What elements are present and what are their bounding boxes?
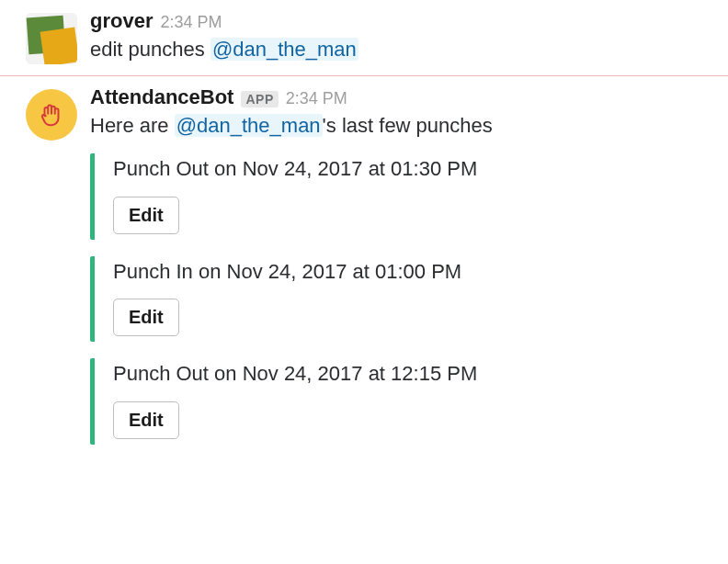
user-mention[interactable]: @dan_the_man	[210, 38, 358, 61]
message-timestamp[interactable]: 2:34 PM	[160, 13, 222, 32]
punch-list: Punch Out on Nov 24, 2017 at 01:30 PM Ed…	[90, 153, 710, 445]
message-content: AttendanceBot APP 2:34 PM Here are @dan_…	[90, 85, 710, 461]
message-text: Here are @dan_the_man's last few punches	[90, 111, 710, 141]
author-name[interactable]: AttendanceBot	[90, 85, 233, 109]
message-content: grover 2:34 PM edit punches @dan_the_man	[90, 9, 710, 64]
punch-item: Punch Out on Nov 24, 2017 at 12:15 PM Ed…	[90, 358, 710, 445]
avatar-grover[interactable]	[26, 13, 77, 64]
edit-button[interactable]: Edit	[113, 299, 179, 336]
user-mention[interactable]: @dan_the_man	[175, 114, 323, 137]
command-text: edit punches	[90, 38, 210, 61]
message-user: grover 2:34 PM edit punches @dan_the_man	[0, 0, 728, 75]
app-badge: APP	[241, 91, 278, 107]
punch-item: Punch Out on Nov 24, 2017 at 01:30 PM Ed…	[90, 153, 710, 240]
punch-text: Punch Out on Nov 24, 2017 at 01:30 PM	[113, 155, 710, 184]
hand-icon	[38, 101, 65, 129]
punch-text: Punch Out on Nov 24, 2017 at 12:15 PM	[113, 360, 710, 389]
message-bot: AttendanceBot APP 2:34 PM Here are @dan_…	[0, 76, 728, 472]
message-header: AttendanceBot APP 2:34 PM	[90, 85, 710, 109]
response-suffix: 's last few punches	[323, 114, 493, 137]
response-prefix: Here are	[90, 114, 175, 137]
message-timestamp[interactable]: 2:34 PM	[286, 89, 347, 108]
author-name[interactable]: grover	[90, 9, 153, 33]
punch-text: Punch In on Nov 24, 2017 at 01:00 PM	[113, 258, 710, 287]
edit-button[interactable]: Edit	[113, 197, 179, 234]
punch-item: Punch In on Nov 24, 2017 at 01:00 PM Edi…	[90, 256, 710, 343]
message-text: edit punches @dan_the_man	[90, 35, 710, 64]
message-header: grover 2:34 PM	[90, 9, 710, 33]
avatar-attendancebot[interactable]	[26, 89, 77, 141]
edit-button[interactable]: Edit	[113, 401, 179, 439]
